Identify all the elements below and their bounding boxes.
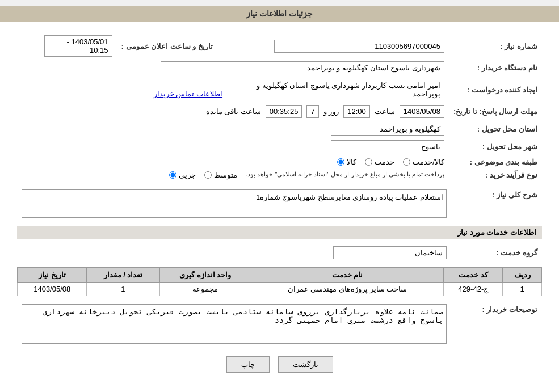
main-info-table: شماره نیاز : 1103005697000045 تاریخ و سا… [17, 33, 542, 182]
requester-value: امیر امامی نسب کاربرداز شهرداری یاسوج اس… [229, 79, 444, 100]
delivery-province-label: استان محل تحویل : [449, 120, 542, 138]
cell-name: ساخت سایر پروژه‌های مهندسی عمران [251, 283, 443, 296]
category-option-service: خدمت [365, 158, 394, 166]
col-row: ردیف [503, 268, 542, 283]
category-service-radio[interactable] [365, 158, 372, 166]
general-desc-value: استعلام عملیات پیاده روسازی معابرسطح شهر… [22, 189, 447, 218]
col-date: تاریخ نیاز [18, 268, 87, 283]
general-desc-label: شرح کلی نیاز : [451, 187, 542, 220]
delivery-province-value-cell: کهگیلویه و بویراحمد [17, 120, 449, 138]
requester-contact-link[interactable]: اطلاعات تماس خریدار [154, 90, 222, 98]
announcement-datetime-label: تاریخ و ساعت اعلان عمومی : [117, 33, 217, 59]
purchase-type-value-cell: پرداخت تمام یا بخشی از مبلغ خریدار از مح… [17, 168, 449, 182]
requester-label: ایجاد کننده درخواست : [449, 77, 542, 103]
table-row: 1 ج-42-429 ساخت سایر پروژه‌های مهندسی عم… [18, 283, 542, 296]
col-name: نام خدمت [251, 268, 443, 283]
need-number-value: 1103005697000045 [274, 40, 444, 53]
need-number-label: شماره نیاز : [449, 33, 542, 59]
page-header: جزئیات اطلاعات نیاز [0, 6, 559, 22]
category-goods-services-radio[interactable] [403, 158, 410, 166]
service-group-value-cell: ساختمان [17, 244, 451, 262]
cell-row: 1 [503, 283, 542, 296]
delivery-province-value: کهگیلویه و بویراحمد [331, 123, 444, 136]
cell-code: ج-42-429 [444, 283, 503, 296]
back-button[interactable]: بازگشت [278, 356, 333, 373]
category-option-goods: کالا [337, 158, 356, 166]
purchase-type-small-label: جزیی [179, 171, 196, 179]
category-option-goods-services: کالا/خدمت [403, 158, 444, 166]
purchase-type-medium-radio[interactable] [204, 171, 212, 179]
requester-value-cell: امیر امامی نسب کاربرداز شهرداری یاسوج اس… [17, 77, 449, 103]
purchase-type-label: نوع فرآیند خرید : [449, 168, 542, 182]
category-label: طبقه بندی موضوعی : [449, 155, 542, 168]
col-qty: تعداد / مقدار [87, 268, 159, 283]
category-value-cell: کالا/خدمت خدمت کالا [17, 155, 449, 168]
category-goods-services-label: کالا/خدمت [413, 158, 444, 166]
service-group-table: گروه خدمت : ساختمان [17, 244, 542, 262]
need-number-value-cell: 1103005697000045 [217, 33, 449, 59]
col-code: کد خدمت [444, 268, 503, 283]
deadline-remaining-value: 00:35:25 [266, 105, 302, 118]
delivery-city-value: یاسوج [331, 140, 444, 153]
delivery-city-label: شهر محل تحویل : [449, 138, 542, 155]
deadline-label: مهلت ارسال پاسخ: تا تاریخ: [449, 103, 542, 120]
action-buttons-row: بازگشت چاپ [17, 356, 542, 373]
page-title: جزئیات اطلاعات نیاز [246, 9, 313, 18]
buyer-org-value: شهرداری یاسوج استان کهگیلویه و بویراحمد [161, 61, 444, 74]
purchase-type-medium-label: متوسط [214, 171, 237, 179]
print-button[interactable]: چاپ [226, 356, 270, 373]
cell-unit: مجموعه [159, 283, 251, 296]
purchase-type-note: پرداخت تمام یا بخشی از مبلغ خریدار از مح… [246, 171, 444, 178]
purchase-type-medium: متوسط [204, 171, 237, 179]
announcement-datetime-value-cell: 1403/05/01 - 10:15 [17, 33, 117, 59]
purchase-type-small-radio[interactable] [169, 171, 176, 179]
deadline-date-value: 1403/05/08 [400, 105, 444, 118]
cell-qty: 1 [87, 283, 159, 296]
buyer-notes-value-cell [17, 302, 451, 348]
buyer-notes-table: توصیحات خریدار : [17, 302, 542, 348]
deadline-days-label: روز و [323, 107, 339, 116]
service-group-value: ساختمان [333, 246, 447, 259]
description-table: شرح کلی نیاز : استعلام عملیات پیاده روسا… [17, 187, 542, 220]
announcement-datetime-value: 1403/05/01 - 10:15 [44, 35, 112, 57]
general-desc-value-cell: استعلام عملیات پیاده روسازی معابرسطح شهر… [17, 187, 451, 220]
service-group-label: گروه خدمت : [451, 244, 542, 262]
buyer-notes-textarea[interactable] [22, 304, 447, 344]
purchase-type-small: جزیی [169, 171, 196, 179]
buyer-org-label: نام دستگاه خریدار : [449, 59, 542, 77]
cell-date: 1403/05/08 [18, 283, 87, 296]
category-goods-radio[interactable] [337, 158, 344, 166]
buyer-org-value-cell: شهرداری یاسوج استان کهگیلویه و بویراحمد [17, 59, 449, 77]
delivery-city-value-cell: یاسوج [17, 138, 449, 155]
services-section-header: اطلاعات خدمات مورد نیاز [17, 226, 542, 239]
category-goods-label: کالا [347, 158, 356, 166]
category-service-label: خدمت [375, 158, 394, 166]
col-unit: واحد اندازه گیری [159, 268, 251, 283]
deadline-value-cell: 1403/05/08 ساعت 12:00 روز و 7 00:35:25 س… [17, 103, 449, 120]
services-section-title: اطلاعات خدمات مورد نیاز [457, 228, 536, 237]
deadline-remaining-label: ساعت باقی مانده [206, 107, 261, 116]
buyer-notes-label: توصیحات خریدار : [451, 302, 542, 348]
services-data-table: ردیف کد خدمت نام خدمت واحد اندازه گیری ت… [17, 267, 542, 296]
deadline-time-label: ساعت [375, 107, 395, 116]
deadline-time-value: 12:00 [343, 105, 370, 118]
deadline-days-value: 7 [306, 105, 318, 118]
